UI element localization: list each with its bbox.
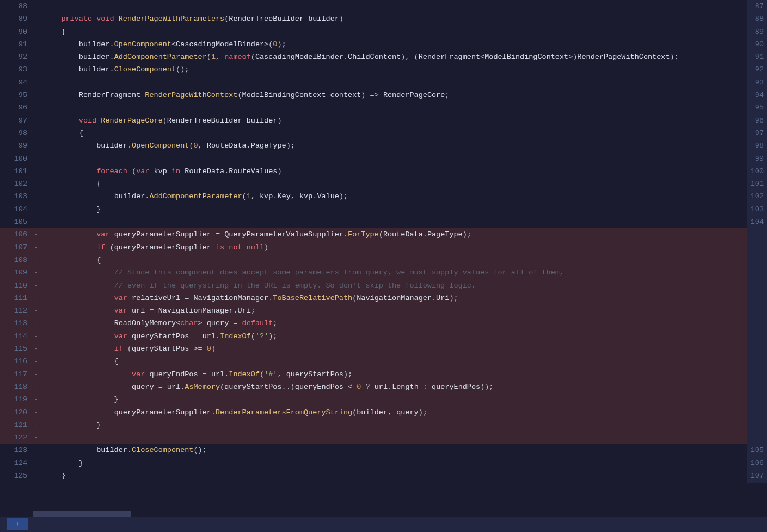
line-number-right xyxy=(747,393,764,406)
code-line[interactable] xyxy=(44,101,747,114)
code-line[interactable] xyxy=(44,431,747,444)
line-number-right: 105 xyxy=(747,444,764,456)
line-number-right xyxy=(747,406,764,419)
code-line[interactable]: } xyxy=(44,419,747,431)
code-editor[interactable]: 8889909192939495969798991001011021031041… xyxy=(0,0,767,483)
diff-marker: - xyxy=(34,228,44,241)
code-line[interactable]: builder.AddComponentParameter(1, kvp.Key… xyxy=(44,190,747,203)
diff-marker: - xyxy=(34,431,44,444)
code-line[interactable]: } xyxy=(44,393,747,406)
code-line[interactable]: void RenderPageCore(RenderTreeBuilder bu… xyxy=(44,114,747,127)
code-line[interactable]: builder.CloseComponent(); xyxy=(44,444,747,456)
diff-marker xyxy=(34,76,44,89)
code-line[interactable] xyxy=(44,76,747,89)
code-line[interactable]: } xyxy=(44,469,747,482)
code-line[interactable]: var queryParameterSupplier = QueryParame… xyxy=(44,228,747,241)
line-number-right: 96 xyxy=(747,114,764,127)
line-number-right xyxy=(747,368,764,381)
line-number: 116 xyxy=(0,355,34,368)
code-line[interactable]: builder.AddComponentParameter(1, nameof(… xyxy=(44,51,747,63)
code-line[interactable]: RenderFragment RenderPageWithContext(Mod… xyxy=(44,89,747,101)
code-line[interactable]: var queryEndPos = url.IndexOf('#', query… xyxy=(44,368,747,381)
diff-marker xyxy=(34,178,44,190)
code-line[interactable]: var url = NavigationManager.Uri; xyxy=(44,304,747,317)
code-line[interactable]: // even if the querystring in the URI is… xyxy=(44,279,747,292)
diff-marker: - xyxy=(34,304,44,317)
line-number: 98 xyxy=(0,127,34,139)
code-line[interactable] xyxy=(44,0,747,13)
diff-marker-column: ----------------- xyxy=(34,0,44,483)
line-number-right xyxy=(747,304,764,317)
line-number-right: 97 xyxy=(747,127,764,139)
code-content[interactable]: private void RenderPageWithParameters(Re… xyxy=(44,0,747,483)
line-number: 109 xyxy=(0,266,34,279)
diff-marker xyxy=(34,26,44,38)
code-line[interactable]: private void RenderPageWithParameters(Re… xyxy=(44,13,747,25)
line-number-right: 95 xyxy=(747,101,764,114)
diff-marker xyxy=(34,101,44,114)
diff-marker xyxy=(34,38,44,51)
line-number: 100 xyxy=(0,152,34,165)
code-line[interactable]: ReadOnlyMemory<char> query = default; xyxy=(44,317,747,329)
horizontal-scrollbar[interactable] xyxy=(33,511,747,517)
line-number-gutter-left: 8889909192939495969798991001011021031041… xyxy=(0,0,34,483)
line-number-right: 94 xyxy=(747,89,764,101)
code-line[interactable]: } xyxy=(44,203,747,216)
line-number-right xyxy=(747,330,764,343)
diff-marker: - xyxy=(34,343,44,355)
code-line[interactable]: builder.CloseComponent(); xyxy=(44,63,747,76)
diff-marker xyxy=(34,165,44,178)
diff-marker: - xyxy=(34,406,44,419)
line-number-right xyxy=(747,381,764,393)
diff-marker xyxy=(34,152,44,165)
code-line[interactable]: var relativeUrl = NavigationManager.ToBa… xyxy=(44,292,747,304)
line-number: 121 xyxy=(0,419,34,431)
line-number-right xyxy=(747,343,764,355)
diff-marker: - xyxy=(34,330,44,343)
code-line[interactable]: foreach (var kvp in RouteData.RouteValue… xyxy=(44,165,747,178)
code-line[interactable]: { xyxy=(44,355,747,368)
line-number: 103 xyxy=(0,190,34,203)
line-number-right: 99 xyxy=(747,152,764,165)
diff-marker xyxy=(34,51,44,63)
line-number: 97 xyxy=(0,114,34,127)
code-line[interactable] xyxy=(44,152,747,165)
code-line[interactable]: query = url.AsMemory(queryStartPos..(que… xyxy=(44,381,747,393)
line-number: 99 xyxy=(0,139,34,152)
line-number-right xyxy=(747,241,764,254)
line-number-right xyxy=(747,317,764,329)
horizontal-scrollbar-thumb[interactable] xyxy=(33,511,131,517)
diff-marker: - xyxy=(34,419,44,431)
code-line[interactable]: } xyxy=(44,457,747,469)
code-line[interactable]: { xyxy=(44,178,747,190)
diff-marker: - xyxy=(34,241,44,254)
line-number-right xyxy=(747,355,764,368)
diff-marker: - xyxy=(34,393,44,406)
expand-down-button[interactable]: ↓ xyxy=(7,518,28,530)
code-line[interactable]: if (queryParameterSupplier is not null) xyxy=(44,241,747,254)
code-line[interactable]: builder.OpenComponent(0, RouteData.PageT… xyxy=(44,139,747,152)
diff-marker: - xyxy=(34,279,44,292)
code-line[interactable] xyxy=(44,216,747,228)
diff-marker xyxy=(34,89,44,101)
line-number: 122 xyxy=(0,431,34,444)
line-number-right xyxy=(747,431,764,444)
line-number: 108 xyxy=(0,254,34,266)
code-line[interactable]: queryParameterSupplier.RenderParametersF… xyxy=(44,406,747,419)
code-line[interactable]: builder.OpenComponent<CascadingModelBind… xyxy=(44,38,747,51)
line-number-right xyxy=(747,279,764,292)
code-line[interactable]: // Since this component does accept some… xyxy=(44,266,747,279)
line-number: 91 xyxy=(0,38,34,51)
diff-marker xyxy=(34,444,44,456)
diff-marker: - xyxy=(34,355,44,368)
code-line[interactable]: { xyxy=(44,26,747,38)
code-line[interactable]: { xyxy=(44,127,747,139)
code-line[interactable]: { xyxy=(44,254,747,266)
line-number: 110 xyxy=(0,279,34,292)
line-number-right: 92 xyxy=(747,63,764,76)
line-number: 101 xyxy=(0,165,34,178)
line-number: 104 xyxy=(0,203,34,216)
diff-marker: - xyxy=(34,381,44,393)
code-line[interactable]: var queryStartPos = url.IndexOf('?'); xyxy=(44,330,747,343)
code-line[interactable]: if (queryStartPos >= 0) xyxy=(44,343,747,355)
